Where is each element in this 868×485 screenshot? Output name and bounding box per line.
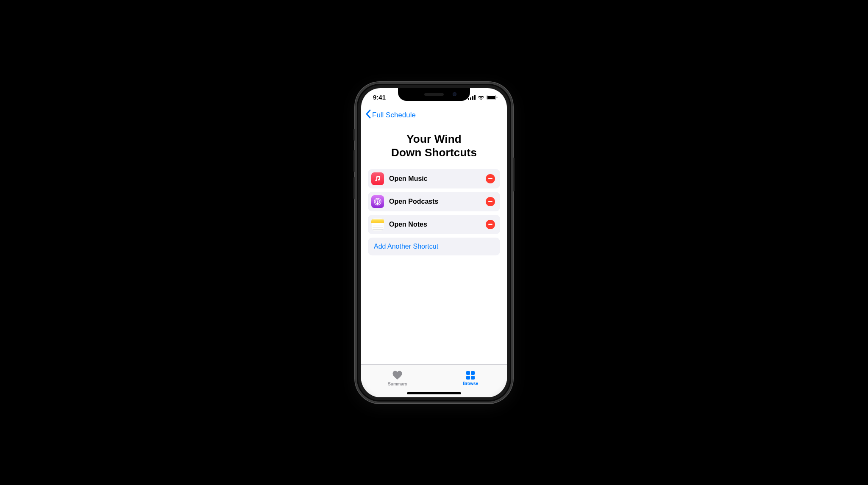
volume-up-button — [353, 150, 355, 172]
remove-shortcut-button[interactable] — [486, 220, 495, 229]
home-indicator[interactable] — [407, 392, 461, 394]
volume-down-button — [353, 177, 355, 199]
tab-summary[interactable]: Summary — [361, 365, 434, 390]
music-app-icon — [371, 172, 384, 185]
phone-device-frame: 9:41 — [355, 82, 513, 403]
tab-label: Browse — [463, 381, 478, 386]
remove-shortcut-button[interactable] — [486, 197, 495, 206]
minus-icon — [488, 201, 492, 202]
svg-rect-13 — [466, 376, 470, 380]
status-time: 9:41 — [373, 94, 386, 101]
svg-rect-0 — [468, 98, 469, 100]
shortcut-row-podcasts[interactable]: Open Podcasts — [368, 192, 500, 211]
silence-switch — [353, 129, 355, 141]
shortcut-row-music[interactable]: Open Music — [368, 169, 500, 188]
svg-rect-12 — [471, 371, 475, 375]
shortcut-label: Open Podcasts — [389, 198, 486, 205]
svg-rect-2 — [472, 96, 473, 100]
svg-point-10 — [377, 200, 378, 202]
phone-screen: 9:41 — [361, 88, 507, 397]
podcasts-app-icon — [371, 195, 384, 208]
svg-rect-3 — [474, 95, 476, 100]
svg-rect-6 — [487, 96, 495, 99]
browse-grid-icon — [466, 371, 475, 380]
shortcut-row-notes[interactable]: Open Notes — [368, 215, 500, 234]
back-button-label: Full Schedule — [372, 111, 416, 119]
svg-rect-7 — [497, 97, 498, 98]
main-content: Your Wind Down Shortcuts Open Music — [361, 124, 507, 255]
navigation-bar: Full Schedule — [361, 107, 507, 124]
add-shortcut-button[interactable]: Add Another Shortcut — [368, 238, 500, 255]
add-shortcut-label: Add Another Shortcut — [374, 243, 438, 250]
minus-icon — [488, 224, 492, 225]
shortcut-label: Open Notes — [389, 221, 486, 228]
tab-browse[interactable]: Browse — [434, 365, 507, 390]
svg-rect-11 — [466, 371, 470, 375]
svg-point-4 — [481, 99, 482, 100]
speaker-grille — [424, 93, 444, 96]
svg-rect-1 — [470, 97, 471, 100]
wifi-icon — [478, 95, 484, 100]
remove-shortcut-button[interactable] — [486, 174, 495, 183]
page-title-line1: Your Wind — [406, 133, 462, 145]
status-indicators — [468, 95, 498, 100]
heart-icon — [392, 370, 403, 380]
chevron-left-icon — [365, 109, 371, 121]
battery-icon — [487, 95, 498, 100]
page-title-line2: Down Shortcuts — [391, 146, 477, 159]
power-button — [513, 158, 515, 191]
tab-label: Summary — [388, 382, 407, 386]
svg-rect-14 — [471, 376, 475, 380]
back-button[interactable]: Full Schedule — [364, 108, 417, 122]
shortcut-list: Open Music Open Pod — [368, 169, 500, 255]
device-notch — [398, 88, 470, 101]
page-title: Your Wind Down Shortcuts — [368, 132, 500, 160]
shortcut-label: Open Music — [389, 175, 486, 183]
notes-app-icon — [371, 218, 384, 231]
minus-icon — [488, 178, 492, 179]
front-camera — [453, 92, 456, 96]
